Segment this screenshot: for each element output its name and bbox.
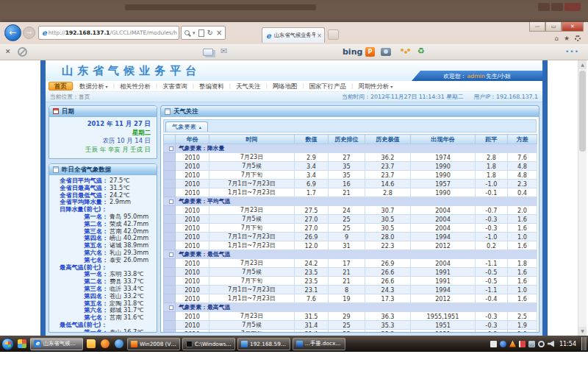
- nav-item-3[interactable]: 灾害查询: [157, 82, 193, 91]
- group-checkbox[interactable]: [169, 199, 173, 204]
- scroll-down-arrow[interactable]: ▼: [578, 327, 587, 336]
- paw-addon-icon[interactable]: [401, 49, 409, 56]
- tray-language-icon[interactable]: [490, 341, 497, 347]
- recycle-addon-icon[interactable]: ♻: [417, 46, 425, 56]
- group-checkbox[interactable]: [169, 252, 173, 257]
- rank-value: 莒南 31.6℃: [110, 314, 143, 322]
- table-row[interactable]: 20107月23日27.52430.72004-0.72.0: [164, 206, 537, 215]
- cell-0: 2010: [176, 286, 209, 294]
- cards-addon-icon[interactable]: [203, 49, 213, 56]
- scrollbar-thumb[interactable]: [579, 71, 586, 152]
- browser-tab[interactable]: e 山东省气候业务平... ×: [262, 27, 325, 43]
- bing-logo[interactable]: bing: [343, 47, 362, 57]
- group-checkbox[interactable]: [169, 146, 173, 151]
- tray-flame-icon[interactable]: [509, 341, 516, 347]
- cell-4: 35.3: [365, 330, 411, 333]
- cell-1: 7月1日~7月23日: [209, 180, 295, 188]
- table-row[interactable]: 20107月23日31.52936.31955,1951-0.32.5: [164, 312, 537, 321]
- forward-button[interactable]: →: [23, 26, 35, 39]
- nav-item-1[interactable]: 数据分析▾: [74, 82, 113, 91]
- addon-blocked-icon[interactable]: [18, 47, 27, 57]
- taskbar-clock[interactable]: 11:54: [559, 341, 576, 347]
- address-bar[interactable]: e http://192.168.137.1/GLCCLIMATE/module…: [38, 26, 179, 40]
- group-row-3[interactable]: 气象要素：最高气温: [164, 303, 537, 312]
- back-button[interactable]: ←: [4, 24, 21, 41]
- search-dropdown-icon[interactable]: ▾: [193, 30, 196, 36]
- taskbar-window-icon-1: [186, 341, 193, 347]
- nav-item-label: 首页: [54, 82, 67, 91]
- table-row[interactable]: 20107月下旬3.43523.719901.84.8: [164, 171, 537, 180]
- table-row[interactable]: 20101月1日~7月23日12.03122.320120.21.6: [164, 241, 537, 250]
- taskbar-window-1[interactable]: C:\Windows\s...: [182, 338, 235, 350]
- table-row[interactable]: 20107月23日24.21726.92004-1.11.8: [164, 259, 537, 268]
- favorites-star-icon[interactable]: ★: [564, 35, 570, 42]
- tools-gear-icon[interactable]: [575, 35, 581, 41]
- nav-item-7[interactable]: 国家下行产品: [304, 82, 351, 91]
- pin-addon-icon[interactable]: P: [365, 47, 375, 57]
- nav-item-5[interactable]: 天气关注: [231, 82, 266, 91]
- table-row[interactable]: 20107月1日~7月23日26.9928.01994-1.01.0: [164, 233, 537, 241]
- volume-icon[interactable]: [548, 341, 554, 347]
- nav-item-6[interactable]: 网络地图: [268, 82, 303, 91]
- update-icon[interactable]: [538, 341, 545, 347]
- cell-6: 2.8: [476, 153, 508, 162]
- maximize-button[interactable]: ▭: [545, 22, 562, 32]
- toolbar-close-icon[interactable]: ✕: [5, 48, 11, 55]
- vertical-scrollbar[interactable]: ▲ ▼: [578, 60, 587, 336]
- tray-flag-icon[interactable]: [519, 341, 526, 347]
- home-icon[interactable]: ⌂: [554, 35, 559, 42]
- group-row-1[interactable]: 气象要素：平均气温: [164, 197, 537, 206]
- orange-app-icon[interactable]: [99, 338, 111, 350]
- tab-close-icon[interactable]: ×: [317, 32, 322, 39]
- media-app-icon[interactable]: [113, 338, 125, 350]
- network-icon[interactable]: [528, 341, 535, 347]
- taskbar-window-3[interactable]: ...手册.docx ...: [293, 338, 345, 350]
- taskbar-window-2[interactable]: 192.168.59.99...: [237, 338, 290, 350]
- element-filter-button[interactable]: 气象要素 ▴: [165, 121, 208, 132]
- camera-addon-icon[interactable]: [381, 48, 391, 56]
- rank-value: 泰安 26.0mm: [110, 257, 148, 264]
- show-desktop-button[interactable]: [581, 337, 587, 350]
- toolbar-overflow-icon[interactable]: •••: [565, 48, 579, 55]
- table-row[interactable]: 20101月1日~7月23日1.7212.81990-0.10.4: [164, 188, 537, 197]
- cell-1: 1月1日~7月23日: [209, 294, 295, 303]
- table-row[interactable]: 20107月下旬31.42535.31951-0.31.9: [164, 330, 537, 333]
- taskbar-window-0[interactable]: Win2008 (VS2...: [127, 338, 180, 350]
- table-row[interactable]: 20107月5候27.02530.52004-0.31.6: [164, 215, 537, 224]
- nav-item-4[interactable]: 整编资料: [194, 82, 229, 91]
- scroll-up-arrow[interactable]: ▲: [578, 60, 587, 69]
- compatibility-view-icon[interactable]: [198, 29, 204, 37]
- stop-icon[interactable]: ×: [216, 29, 222, 37]
- new-tab-button[interactable]: [328, 29, 339, 40]
- table-row[interactable]: 20107月23日2.92736.219742.87.6: [164, 153, 537, 162]
- pinned-app-icon[interactable]: [16, 338, 28, 350]
- nav-item-2[interactable]: 相关性分析: [115, 82, 156, 91]
- table-row[interactable]: 20107月1日~7月23日23.1824.31994-1.11.0: [164, 286, 537, 294]
- table-row[interactable]: 20107月5候3.43523.719901.84.8: [164, 162, 537, 171]
- table-row[interactable]: 20101月1日~7月23日7.61917.32012-0.41.6: [164, 294, 537, 303]
- tray-app-icon[interactable]: [500, 341, 506, 347]
- table-row[interactable]: 20107月1日~7月23日6.91614.61957-1.02.3: [164, 180, 537, 188]
- cell-5: 1957: [411, 180, 476, 188]
- close-button[interactable]: ✕: [562, 22, 584, 32]
- cell-3: 35: [329, 162, 365, 171]
- table-row[interactable]: 20107月下旬23.52126.61991-0.51.6: [164, 277, 537, 286]
- nav-item-8[interactable]: 周期性分析▾: [353, 82, 398, 91]
- search-icon[interactable]: [184, 30, 190, 35]
- minimize-button[interactable]: —: [529, 22, 545, 32]
- nav-item-0[interactable]: 首页: [49, 82, 73, 91]
- group-row-0[interactable]: 气象要素：降水量: [164, 144, 537, 153]
- cell-5: 2012: [411, 294, 476, 303]
- table-row[interactable]: 20107月5候23.52126.61991-0.51.6: [164, 268, 537, 277]
- taskbar-ie-window[interactable]: e 山东省气候业...: [30, 338, 83, 350]
- explorer-icon[interactable]: [85, 338, 97, 350]
- refresh-icon[interactable]: ↻: [207, 29, 213, 37]
- cell-1: 7月下旬: [209, 171, 295, 180]
- mail-addon-icon[interactable]: ✉: [220, 46, 227, 56]
- group-checkbox[interactable]: [169, 305, 173, 310]
- start-button[interactable]: [1, 338, 14, 350]
- table-row[interactable]: 20107月5候31.42535.31951-0.31.9: [164, 321, 537, 330]
- group-row-2[interactable]: 气象要素：最低气温: [164, 250, 537, 259]
- page-viewport: 山东省气候业务平台 欢迎您：admin 先生/小姐 首页|数据分析▾|相关性分析…: [0, 60, 588, 336]
- table-row[interactable]: 20107月下旬27.02530.52004-0.31.6: [164, 224, 537, 233]
